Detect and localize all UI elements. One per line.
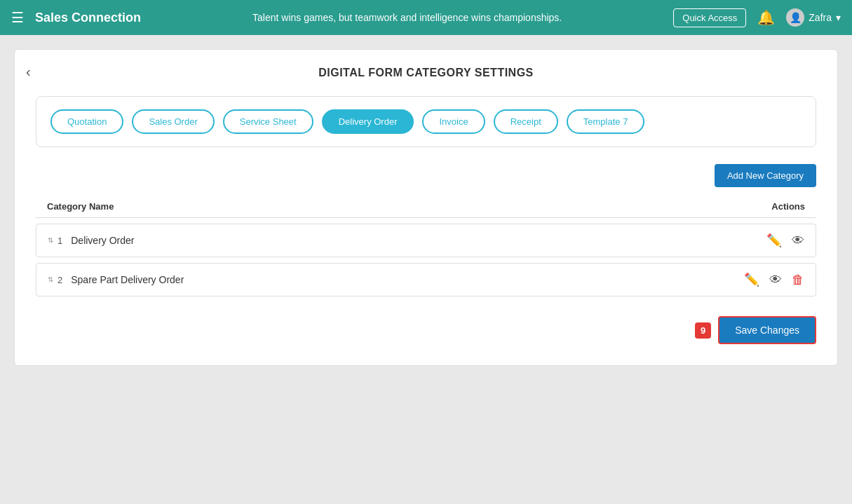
tab-template-7[interactable]: Template 7	[567, 109, 645, 134]
table-rows: ⇅ 1 Delivery Order ✏️ 👁 ⇅ 2 Spare Part D…	[36, 224, 816, 297]
row-number: 1	[58, 236, 62, 246]
tab-service-sheet[interactable]: Service Sheet	[223, 109, 313, 134]
tab-delivery-order[interactable]: Delivery Order	[322, 109, 414, 134]
table-header: Category Name Actions	[36, 196, 816, 218]
row-category-name: Spare Part Delivery Order	[71, 274, 744, 285]
brand-name: Sales Connection	[35, 11, 141, 25]
save-changes-button[interactable]: Save Changes	[718, 316, 816, 344]
main-area: ‹ DIGITAL FORM CATEGORY SETTINGS Quotati…	[0, 35, 852, 380]
save-row: 9 Save Changes	[36, 316, 816, 344]
view-icon[interactable]: 👁	[792, 233, 804, 248]
row-actions: ✏️ 👁 🗑	[744, 272, 804, 287]
menu-icon[interactable]: ☰	[11, 9, 24, 26]
toolbar-row: Add New Category	[36, 164, 816, 187]
tab-invoice[interactable]: Invoice	[422, 109, 485, 134]
header-right: Quick Access 🔔 👤 Zafra ▾	[673, 8, 841, 27]
add-category-button[interactable]: Add New Category	[715, 164, 816, 187]
quick-access-button[interactable]: Quick Access	[673, 8, 746, 27]
tab-sales-order[interactable]: Sales Order	[132, 109, 214, 134]
avatar: 👤	[786, 8, 804, 27]
view-icon[interactable]: 👁	[769, 273, 782, 287]
user-name: Zafra	[809, 12, 832, 23]
page-title: DIGITAL FORM CATEGORY SETTINGS	[36, 67, 816, 79]
table-row: ⇅ 2 Spare Part Delivery Order ✏️ 👁 🗑	[36, 263, 816, 297]
row-actions: ✏️ 👁	[766, 233, 804, 248]
content-card: ‹ DIGITAL FORM CATEGORY SETTINGS Quotati…	[14, 49, 838, 366]
edit-icon[interactable]: ✏️	[744, 272, 759, 287]
user-menu[interactable]: 👤 Zafra ▾	[786, 8, 841, 27]
header: ☰ Sales Connection Talent wins games, bu…	[0, 0, 852, 35]
sort-icon[interactable]: ⇅	[48, 276, 53, 283]
col-actions: Actions	[771, 201, 805, 212]
header-tagline: Talent wins games, but teamwork and inte…	[152, 12, 662, 23]
col-category-name: Category Name	[47, 201, 114, 212]
tab-quotation[interactable]: Quotation	[50, 109, 123, 134]
back-button[interactable]: ‹	[26, 64, 31, 80]
sort-icon[interactable]: ⇅	[48, 237, 53, 244]
bell-icon[interactable]: 🔔	[757, 9, 775, 26]
table-row: ⇅ 1 Delivery Order ✏️ 👁	[36, 224, 816, 257]
chevron-down-icon: ▾	[836, 12, 841, 23]
tabs-container: QuotationSales OrderService SheetDeliver…	[36, 96, 816, 147]
save-badge: 9	[695, 322, 711, 339]
edit-icon[interactable]: ✏️	[766, 233, 782, 248]
delete-icon[interactable]: 🗑	[792, 273, 804, 287]
row-category-name: Delivery Order	[71, 235, 766, 246]
tab-receipt[interactable]: Receipt	[494, 109, 558, 134]
row-number: 2	[58, 275, 62, 285]
